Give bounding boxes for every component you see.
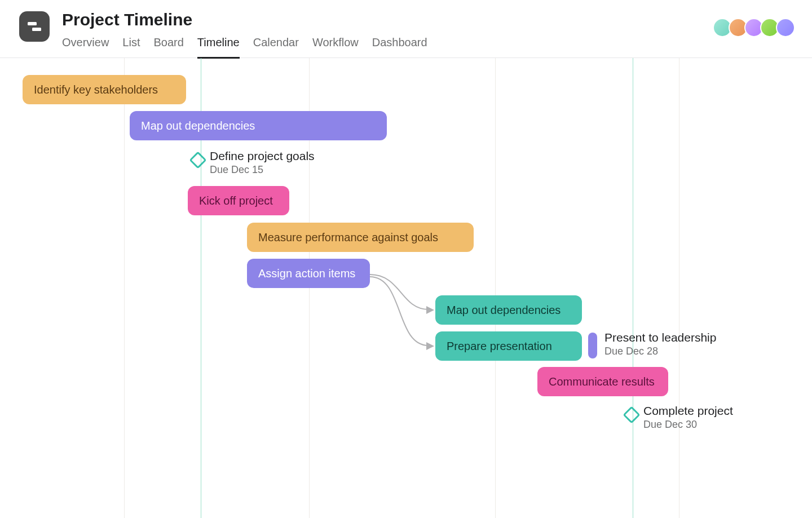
page-title: Project Timeline xyxy=(62,10,427,29)
task-pill-title: Present to leadership xyxy=(604,331,716,344)
task-pill-due: Due Dec 28 xyxy=(604,346,716,357)
timeline-gridline xyxy=(679,58,679,518)
task-bar-prepare[interactable]: Prepare presentation xyxy=(435,331,582,361)
svg-rect-1 xyxy=(32,28,41,31)
milestone-title: Define project goals xyxy=(210,149,315,163)
milestone-diamond-icon xyxy=(623,406,640,423)
milestone-complete-project[interactable]: Complete projectDue Dec 30 xyxy=(625,404,733,431)
collaborator-avatars[interactable] xyxy=(716,18,795,37)
tab-calendar[interactable]: Calendar xyxy=(253,36,299,59)
dependency-line xyxy=(370,273,438,352)
task-bar-dependencies2[interactable]: Map out dependencies xyxy=(435,295,582,325)
avatar[interactable] xyxy=(776,18,795,37)
tab-board[interactable]: Board xyxy=(153,36,183,59)
task-pill-present-leadership[interactable] xyxy=(588,333,597,358)
timeline-icon xyxy=(25,17,43,36)
task-pill-label: Present to leadershipDue Dec 28 xyxy=(604,331,716,357)
arrow-right-icon xyxy=(426,342,434,350)
tab-workflow[interactable]: Workflow xyxy=(312,36,359,59)
timeline-gridline xyxy=(495,58,496,518)
tab-overview[interactable]: Overview xyxy=(62,36,109,59)
milestone-title: Complete project xyxy=(643,404,733,418)
milestone-due: Due Dec 30 xyxy=(643,419,733,431)
timeline-gridline xyxy=(124,58,125,518)
task-bar-communicate[interactable]: Communicate results xyxy=(537,367,668,396)
header: Project Timeline Overview List Board Tim… xyxy=(0,0,812,58)
project-icon xyxy=(19,11,50,42)
task-bar-measure[interactable]: Measure performance against goals xyxy=(247,223,474,252)
milestone-due: Due Dec 15 xyxy=(210,164,315,176)
header-main: Project Timeline Overview List Board Tim… xyxy=(62,10,427,59)
tabs: Overview List Board Timeline Calendar Wo… xyxy=(62,36,427,59)
tab-list[interactable]: List xyxy=(122,36,140,59)
milestone-define-goals[interactable]: Define project goalsDue Dec 15 xyxy=(192,149,315,176)
milestone-text: Complete projectDue Dec 30 xyxy=(643,404,733,431)
svg-rect-0 xyxy=(28,22,37,25)
task-bar-dependencies1[interactable]: Map out dependencies xyxy=(130,111,387,140)
task-bar-stakeholders[interactable]: Identify key stakeholders xyxy=(23,75,186,104)
task-bar-assign[interactable]: Assign action items xyxy=(247,259,370,288)
milestone-diamond-icon xyxy=(189,151,206,169)
milestone-text: Define project goalsDue Dec 15 xyxy=(210,149,315,176)
timeline-gridline xyxy=(633,58,633,518)
task-bar-kickoff[interactable]: Kick off project xyxy=(188,186,289,215)
timeline-canvas[interactable]: Identify key stakeholdersMap out depende… xyxy=(0,58,812,518)
tab-dashboard[interactable]: Dashboard xyxy=(372,36,427,59)
tab-timeline[interactable]: Timeline xyxy=(197,36,240,59)
